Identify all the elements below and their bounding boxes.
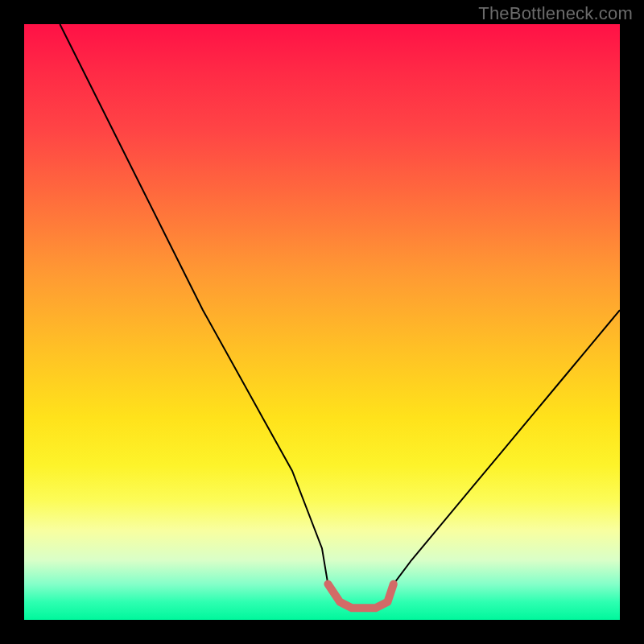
plot-area (24, 24, 620, 620)
bottleneck-curve-path (60, 24, 620, 608)
sweet-spot-band-path (328, 584, 393, 609)
curve-overlay-svg (24, 24, 620, 620)
chart-frame: TheBottleneck.com (0, 0, 644, 644)
watermark-text: TheBottleneck.com (478, 3, 633, 24)
